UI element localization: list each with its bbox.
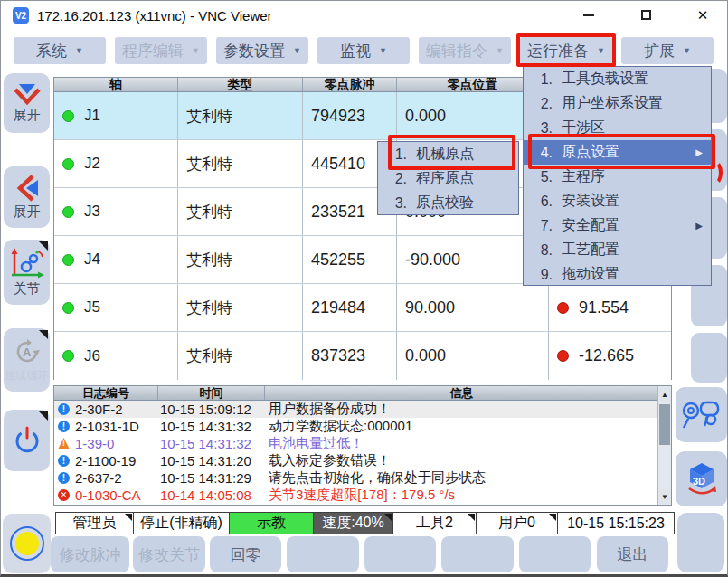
sidebar-button-expand-down[interactable]: 展开 [4,73,50,133]
menu-item-safety-config[interactable]: 7. 安全配置 ▶ [524,213,711,238]
yellow-indicator-icon [15,532,39,555]
scroll-up-button[interactable]: ▲ [658,387,671,402]
axis-status-dot [62,350,74,362]
exit-button[interactable]: 退出 [597,536,668,572]
double-chevron-left-icon [14,174,41,203]
status-user-level[interactable]: 管理员 [55,512,134,534]
menu-item-drag-settings[interactable]: 9. 拖动设置 [524,262,711,287]
status-speed[interactable]: 速度:40% [313,512,393,534]
window-title: 172.16.201.123 (x11vnc) - VNC Viewer [37,1,272,30]
pendant-control-button[interactable] [676,387,727,442]
menu-edit-commands[interactable]: 编辑指令▼ [419,37,511,64]
submenu-item-program-origin[interactable]: 2. 程序原点 [378,166,518,191]
bottom-button-4[interactable] [287,536,359,572]
error-icon: ✕ [58,489,70,501]
chevron-down-icon: ▼ [379,46,387,55]
warning-icon: ! [58,438,70,449]
log-row[interactable]: !2-1031-1D 10-15 14:31:32 动力学数据状态:000001 [54,418,671,435]
submenu-arrow-icon: ▶ [695,221,703,231]
log-panel: 日志编号 时间 信息 !2-30F-2 10-15 15:09:12 用户数据备… [53,385,672,506]
up-arrow-icon: ▲ [661,391,668,399]
double-chevron-down-icon [12,82,43,106]
sidebar-button-power[interactable] [4,410,50,471]
submenu-item-mechanical-origin[interactable]: 1. 机械原点 [378,142,518,166]
menu-monitor[interactable]: 监视▼ [317,37,410,64]
vnc-window: V2 172.16.201.123 (x11vnc) - VNC Viewer … [0,0,728,577]
log-row[interactable]: !2-1100-19 10-15 14:31:20 载入标定参数错误！ [54,452,671,469]
info-icon: ! [58,403,70,415]
right-button-5[interactable] [691,333,727,383]
log-scrollbar[interactable]: ▲ ▼ [657,386,671,505]
log-column-info: 信息 [265,386,658,400]
minimize-button[interactable] [568,1,610,29]
maximize-icon [641,10,651,20]
chevron-down-icon: ▼ [496,46,504,55]
log-row[interactable]: !2-637-2 10-15 14:31:29 请先点击初始化，确保处于同步状态 [54,469,671,487]
3d-cube-icon: 3D [683,460,721,498]
log-header: 日志编号 时间 信息 [54,386,671,401]
scrollbar-thumb[interactable] [659,404,670,445]
return-zero-button[interactable]: 回零 [210,536,281,572]
bottom-button-6[interactable] [441,536,514,572]
info-icon: ! [58,455,70,467]
submenu-item-origin-check[interactable]: 3. 原点校验 [378,191,518,215]
log-row[interactable]: !1-39-0 10-15 14:31:32 电池电量过低！ [54,435,671,452]
sidebar-button-continuous-loop[interactable]: A 连续循环 [4,328,50,392]
view-3d-button[interactable]: 3D [676,451,727,506]
left-sidebar: 展开 展开 关节 [1,64,52,577]
robot-joint-icon [9,247,45,279]
status-mode-badge[interactable]: 示教 [229,512,314,534]
power-icon [12,425,43,456]
menu-extend[interactable]: 扩展▼ [621,37,714,64]
chevron-down-icon: ▼ [683,46,691,55]
column-header-zero-pulse: 零点脉冲 [303,78,397,91]
status-tool[interactable]: 工具2 [392,512,477,534]
info-icon: ! [58,421,70,432]
chevron-down-icon: ▼ [597,46,605,55]
sidebar-button-expand-left[interactable]: 展开 [4,166,50,228]
axis-status-dot [62,110,74,122]
chevron-down-icon: ▼ [293,46,301,55]
column-header-type: 类型 [178,78,303,91]
log-row[interactable]: !2-30F-2 10-15 15:09:12 用户数据备份成功！ [54,401,671,418]
log-column-time: 时间 [158,386,265,400]
sidebar-button-joint[interactable]: 关节 [4,240,50,305]
status-clock: 10-15 15:15:23 [557,512,675,534]
modify-pulse-button[interactable]: 修改脉冲 [51,536,129,572]
menu-run-prep[interactable]: 运行准备▼ [520,37,612,64]
chevron-down-icon: ▼ [75,46,83,55]
menu-item-main-program[interactable]: 5. 主程序 [524,165,711,189]
maximize-button[interactable] [625,1,667,29]
loop-a-icon: A [12,336,43,367]
menu-program-edit[interactable]: 程序编辑▼ [115,37,207,64]
menu-item-user-frame[interactable]: 2. 用户坐标系设置 [524,91,711,116]
bottom-button-5[interactable] [364,536,436,572]
axis-error-dot [557,350,569,362]
table-row-j5[interactable]: J5 艾利特 219484 90.000 91.554 [54,284,671,332]
close-button[interactable]: ✕ [682,1,723,29]
menu-item-process-config[interactable]: 8. 工艺配置 [524,238,711,262]
menu-item-tool-load[interactable]: 1. 工具负载设置 [524,67,711,91]
status-user-frame[interactable]: 用户0 [476,512,558,534]
menu-param-settings[interactable]: 参数设置▼ [216,37,308,64]
status-run-state[interactable]: 停止(非精确) [133,512,230,534]
table-row-j6[interactable]: J6 艾利特 837323 0.000 -12.665 [54,332,671,380]
right-button-bottom[interactable] [677,513,724,572]
pendant-hand-icon [681,397,723,433]
menu-system[interactable]: 系统▼ [14,37,106,64]
scroll-down-button[interactable]: ▼ [658,489,671,504]
origin-submenu: 1. 机械原点 2. 程序原点 3. 原点校验 [377,141,519,215]
log-column-id: 日志编号 [54,386,158,400]
menu-item-install-settings[interactable]: 6. 安装设置 [524,189,711,213]
info-icon: ! [58,472,70,484]
menu-bar: 系统▼ 程序编辑▼ 参数设置▼ 监视▼ 编辑指令▼ 运行准备▼ 扩展▼ [1,30,728,64]
modify-joint-button[interactable]: 修改关节 [133,536,205,572]
enable-indicator-button[interactable] [3,514,51,573]
log-row[interactable]: ✕0-1030-CA 10-14 14:05:08 关节3速度超限[178]：1… [54,487,671,504]
axis-status-dot [62,254,74,266]
chevron-down-icon: ▼ [192,46,200,55]
menu-item-interference-zone[interactable]: 3. 干涉区 [524,116,711,140]
menu-item-origin-settings[interactable]: 4. 原点设置 ▶ [524,140,711,165]
bottom-button-7[interactable] [519,536,591,572]
run-prep-dropdown: 1. 工具负载设置 2. 用户坐标系设置 3. 干涉区 4. 原点设置 ▶ 5.… [523,66,712,286]
